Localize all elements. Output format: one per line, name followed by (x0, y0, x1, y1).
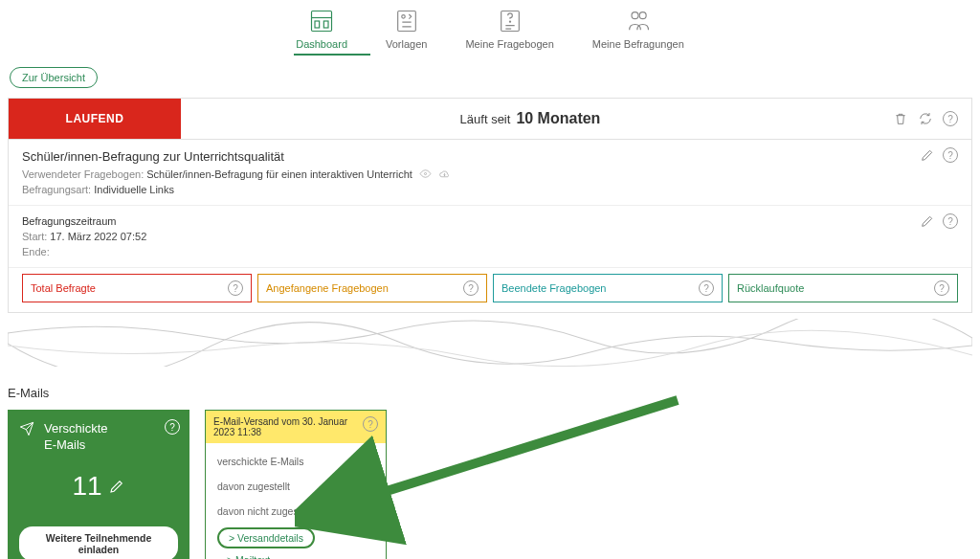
emails-section: E-Mails ? Verschickte E-Mails 11 Weitere… (8, 386, 972, 559)
nav-dashboard[interactable]: Dashboard (296, 8, 347, 50)
row-val: 10 (357, 478, 374, 495)
nav-label: Meine Fragebogen (465, 38, 553, 50)
status-row: LAUFEND Läuft seit 10 Monaten ? (9, 99, 971, 140)
help-icon[interactable]: ? (699, 280, 714, 296)
survey-title-section: Schüler/innen-Befragung zur Unterrichtsq… (9, 140, 971, 206)
nav-my-questionnaires[interactable]: Meine Fragebogen (465, 8, 553, 50)
nav-templates[interactable]: Vorlagen (386, 8, 427, 50)
stat-row: Total Befragte ? Angefangene Fragebogen … (9, 268, 971, 312)
download-icon[interactable] (438, 168, 451, 180)
stat-finished: Beendete Fragebogen ? (493, 274, 723, 302)
stat-total: Total Befragte ? (22, 274, 252, 302)
nav-label: Dashboard (296, 38, 347, 50)
used-questionnaire: Verwendeter Fragebogen: Schüler/innen-Be… (22, 168, 958, 180)
row-val: 1 (366, 503, 374, 520)
svg-rect-3 (323, 21, 328, 28)
delete-icon[interactable] (893, 111, 908, 126)
survey-card: LAUFEND Läuft seit 10 Monaten ? Schüler/… (8, 98, 972, 313)
help-icon[interactable]: ? (943, 213, 958, 229)
svg-line-11 (371, 400, 678, 496)
refresh-icon[interactable] (918, 111, 933, 126)
runs-since-value: 10 Monaten (516, 110, 600, 127)
svg-point-9 (639, 12, 646, 19)
stat-started: Angefangene Fragebogen ? (257, 274, 487, 302)
surveys-icon (625, 8, 652, 34)
stat-rate: Rücklaufquote ? (728, 274, 958, 302)
link-versanddetails[interactable]: > Versanddetails (217, 527, 374, 548)
help-icon[interactable]: ? (463, 280, 479, 296)
torn-divider (8, 319, 972, 367)
status-badge: LAUFEND (9, 99, 181, 139)
svg-rect-4 (397, 11, 415, 32)
help-icon[interactable]: ? (228, 280, 243, 296)
period-section: Befragungszeitraum ? Start: 17. März 202… (9, 206, 971, 268)
link-mailtext[interactable]: > Mailtext (217, 554, 374, 559)
sent-title-l1: Verschickte (44, 421, 107, 437)
period-title: Befragungszeitraum (22, 215, 958, 227)
email-batch-card: E-Mail-Versand vom 30. Januar 2023 11:38… (205, 410, 387, 559)
survey-title: Schüler/innen-Befragung zur Unterrichtsq… (22, 149, 958, 164)
row-label: davon zugestellt (217, 481, 290, 492)
questionnaire-icon (497, 8, 523, 34)
help-icon[interactable]: ? (934, 280, 949, 296)
help-icon[interactable]: ? (943, 111, 958, 126)
sent-emails-card: ? Verschickte E-Mails 11 Weitere Teilneh… (8, 410, 189, 559)
emails-heading: E-Mails (8, 386, 972, 400)
svg-rect-2 (315, 21, 320, 28)
sent-title-l2: E-Mails (44, 437, 107, 454)
survey-type: Befragungsart: Individuelle Links (22, 184, 958, 195)
send-icon (19, 421, 34, 436)
period-end: Ende: (22, 246, 958, 257)
status-center: Läuft seit 10 Monaten (181, 99, 880, 139)
help-icon[interactable]: ? (363, 416, 378, 432)
overview-button[interactable]: Zur Übersicht (10, 67, 98, 88)
nav-label: Meine Befragungen (592, 38, 684, 50)
eye-icon[interactable] (419, 168, 432, 180)
svg-point-8 (632, 12, 638, 19)
edit-icon[interactable] (920, 213, 935, 229)
help-icon[interactable]: ? (943, 147, 958, 163)
batch-header: E-Mail-Versand vom 30. Januar 2023 11:38 (213, 416, 357, 437)
edit-icon[interactable] (108, 478, 125, 495)
runs-since-label: Läuft seit (460, 112, 511, 126)
nav-label: Vorlagen (386, 38, 427, 50)
sent-count: 11 (72, 471, 101, 502)
svg-point-5 (401, 15, 405, 18)
help-icon[interactable]: ? (165, 419, 180, 435)
edit-icon[interactable] (920, 147, 935, 163)
svg-point-10 (424, 172, 426, 174)
row-label: verschickte E-Mails (217, 456, 303, 467)
nav-underline (294, 54, 370, 56)
row-val: 11 (357, 453, 374, 470)
top-nav: Dashboard Vorlagen Meine Fragebogen Mein… (0, 0, 980, 54)
templates-icon (393, 8, 420, 34)
svg-point-7 (509, 21, 510, 22)
period-start: Start: 17. März 2022 07:52 (22, 231, 958, 242)
nav-my-surveys[interactable]: Meine Befragungen (592, 8, 684, 50)
invite-more-button[interactable]: Weitere Teilnehmende einladen (19, 526, 178, 559)
dashboard-icon (308, 8, 335, 34)
row-label: davon nicht zugestellt (217, 505, 314, 517)
